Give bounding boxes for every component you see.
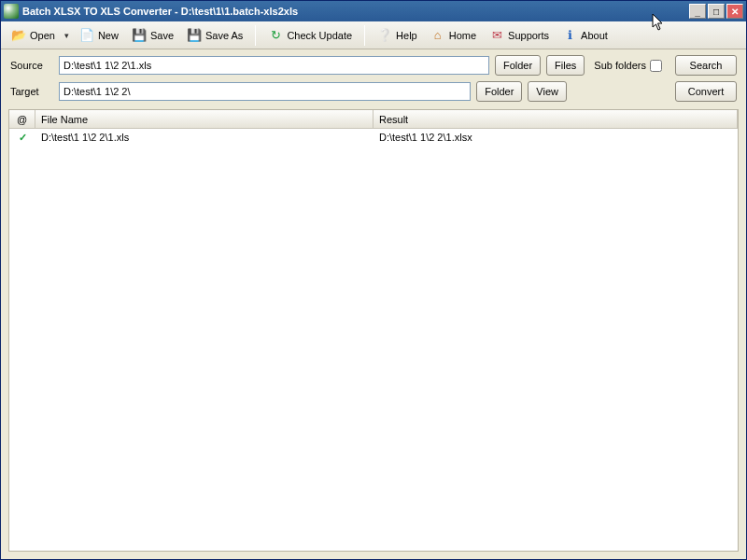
paths-panel: Source Folder Files Sub folders Search T… (1, 49, 746, 109)
minimize-button[interactable]: _ (689, 4, 706, 19)
open-icon: 📂 (11, 28, 26, 43)
col-file-name[interactable]: File Name (35, 110, 374, 128)
source-files-button[interactable]: Files (546, 55, 585, 76)
row-result: D:\test\1 1\2 2\1.xlsx (374, 132, 738, 143)
help-button[interactable]: ❔ Help (373, 25, 422, 46)
save-button[interactable]: 💾 Save (127, 25, 178, 46)
table-row[interactable]: ✓ D:\test\1 1\2 2\1.xls D:\test\1 1\2 2\… (9, 129, 738, 146)
home-icon: ⌂ (430, 28, 445, 43)
target-label: Target (10, 86, 53, 97)
supports-label: Supports (508, 30, 549, 41)
source-row: Source Folder Files Sub folders Search (10, 55, 737, 76)
target-view-button[interactable]: View (528, 81, 567, 102)
window-controls: _ □ ✕ (689, 4, 743, 19)
target-input[interactable] (59, 82, 471, 101)
col-result[interactable]: Result (374, 110, 738, 128)
toolbar: 📂 Open ▾ 📄 New 💾 Save 💾 Save As ↻ Check … (1, 21, 746, 49)
sub-folders-checkbox[interactable]: Sub folders (594, 60, 662, 72)
help-label: Help (396, 30, 417, 41)
check-icon: ✓ (9, 132, 35, 144)
about-label: About (581, 30, 608, 41)
save-as-button[interactable]: 💾 Save As (182, 25, 247, 46)
open-dropdown[interactable]: ▾ (63, 31, 71, 40)
about-button[interactable]: ℹ About (557, 25, 613, 46)
target-row: Target Folder View Convert (10, 81, 737, 102)
new-icon: 📄 (79, 28, 94, 43)
help-icon: ❔ (377, 28, 392, 43)
open-label: Open (30, 30, 55, 41)
save-as-icon: 💾 (187, 28, 202, 43)
save-as-label: Save As (205, 30, 243, 41)
source-folder-button[interactable]: Folder (495, 55, 541, 76)
list-rows[interactable]: ✓ D:\test\1 1\2 2\1.xls D:\test\1 1\2 2\… (9, 129, 738, 551)
check-update-label: Check Update (287, 30, 352, 41)
source-label: Source (10, 60, 53, 71)
sub-folders-label: Sub folders (594, 60, 646, 71)
file-list: @ File Name Result ✓ D:\test\1 1\2 2\1.x… (8, 109, 739, 552)
title-bar: Batch XLSX TO XLS Converter - D:\test\1\… (1, 1, 746, 21)
supports-button[interactable]: ✉ Supports (485, 25, 554, 46)
window-title: Batch XLSX TO XLS Converter - D:\test\1\… (22, 6, 689, 17)
app-window: Batch XLSX TO XLS Converter - D:\test\1\… (0, 0, 747, 560)
new-button[interactable]: 📄 New (75, 25, 123, 46)
row-file-name: D:\test\1 1\2 2\1.xls (35, 132, 374, 143)
toolbar-separator (364, 25, 365, 46)
close-button[interactable]: ✕ (726, 4, 743, 19)
open-button[interactable]: 📂 Open (7, 25, 60, 46)
sub-folders-input[interactable] (650, 60, 662, 72)
save-icon: 💾 (132, 28, 147, 43)
target-folder-button[interactable]: Folder (476, 81, 522, 102)
home-button[interactable]: ⌂ Home (426, 25, 481, 46)
app-icon (4, 4, 19, 19)
home-label: Home (449, 30, 476, 41)
check-update-button[interactable]: ↻ Check Update (263, 25, 357, 46)
refresh-icon: ↻ (268, 28, 283, 43)
new-label: New (98, 30, 119, 41)
maximize-button[interactable]: □ (708, 4, 725, 19)
search-button[interactable]: Search (675, 55, 737, 76)
source-input[interactable] (59, 56, 489, 75)
about-icon: ℹ (562, 28, 577, 43)
save-label: Save (150, 30, 174, 41)
support-icon: ✉ (489, 28, 504, 43)
col-status[interactable]: @ (9, 110, 35, 128)
toolbar-separator (255, 25, 256, 46)
convert-button[interactable]: Convert (675, 81, 737, 102)
list-header: @ File Name Result (9, 110, 738, 129)
